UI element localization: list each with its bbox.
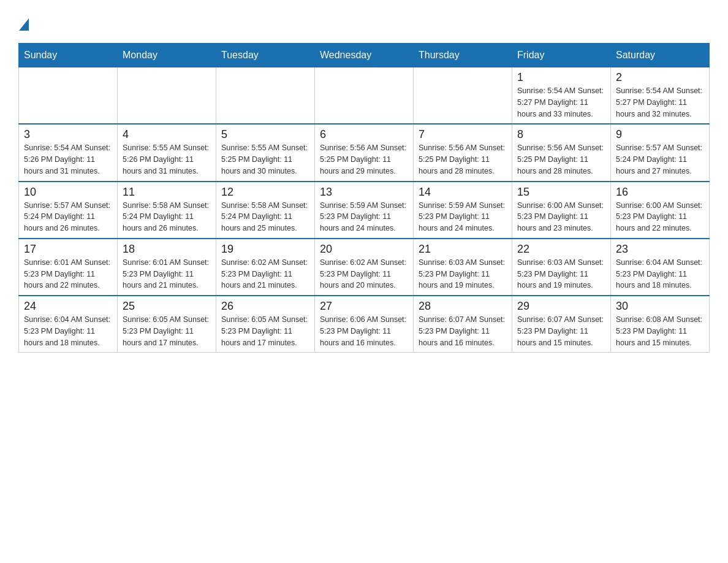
calendar-table: SundayMondayTuesdayWednesdayThursdayFrid… (18, 43, 710, 353)
calendar-day-cell: 29Sunrise: 6:07 AM Sunset: 5:23 PM Dayli… (512, 296, 611, 353)
day-info: Sunrise: 5:55 AM Sunset: 5:25 PM Dayligh… (221, 142, 309, 177)
day-number: 29 (517, 300, 605, 313)
calendar-day-cell (19, 67, 118, 124)
day-number: 8 (517, 128, 605, 141)
calendar-day-cell: 17Sunrise: 6:01 AM Sunset: 5:23 PM Dayli… (19, 239, 118, 296)
calendar-day-cell (118, 67, 216, 124)
day-number: 1 (517, 71, 605, 84)
day-number: 24 (24, 300, 112, 313)
calendar-header-thursday: Thursday (414, 44, 512, 67)
day-info: Sunrise: 6:05 AM Sunset: 5:23 PM Dayligh… (123, 314, 211, 348)
calendar-day-cell: 9Sunrise: 5:57 AM Sunset: 5:24 PM Daylig… (611, 124, 710, 181)
calendar-week-4: 17Sunrise: 6:01 AM Sunset: 5:23 PM Dayli… (19, 239, 710, 296)
day-number: 3 (24, 128, 112, 141)
calendar-week-2: 3Sunrise: 5:54 AM Sunset: 5:26 PM Daylig… (19, 124, 710, 181)
day-number: 18 (123, 243, 211, 256)
day-info: Sunrise: 6:00 AM Sunset: 5:23 PM Dayligh… (517, 200, 605, 234)
day-number: 21 (419, 243, 507, 256)
day-info: Sunrise: 6:01 AM Sunset: 5:23 PM Dayligh… (123, 257, 211, 291)
day-number: 10 (24, 186, 112, 199)
day-info: Sunrise: 6:04 AM Sunset: 5:23 PM Dayligh… (24, 314, 112, 348)
calendar-week-1: 1Sunrise: 5:54 AM Sunset: 5:27 PM Daylig… (19, 67, 710, 124)
day-info: Sunrise: 6:06 AM Sunset: 5:23 PM Dayligh… (320, 314, 408, 348)
calendar-day-cell (315, 67, 414, 124)
calendar-day-cell: 7Sunrise: 5:56 AM Sunset: 5:25 PM Daylig… (414, 124, 512, 181)
day-info: Sunrise: 6:02 AM Sunset: 5:23 PM Dayligh… (221, 257, 309, 291)
day-info: Sunrise: 5:57 AM Sunset: 5:24 PM Dayligh… (24, 200, 112, 234)
day-number: 4 (123, 128, 211, 141)
calendar-day-cell: 5Sunrise: 5:55 AM Sunset: 5:25 PM Daylig… (216, 124, 315, 181)
calendar-header-wednesday: Wednesday (315, 44, 414, 67)
calendar-day-cell: 3Sunrise: 5:54 AM Sunset: 5:26 PM Daylig… (19, 124, 118, 181)
day-number: 9 (616, 128, 704, 141)
calendar-day-cell: 30Sunrise: 6:08 AM Sunset: 5:23 PM Dayli… (611, 296, 710, 353)
day-info: Sunrise: 5:58 AM Sunset: 5:24 PM Dayligh… (123, 200, 211, 234)
day-info: Sunrise: 5:59 AM Sunset: 5:23 PM Dayligh… (419, 200, 507, 234)
calendar-day-cell: 2Sunrise: 5:54 AM Sunset: 5:27 PM Daylig… (611, 67, 710, 124)
calendar-day-cell: 22Sunrise: 6:03 AM Sunset: 5:23 PM Dayli… (512, 239, 611, 296)
calendar-day-cell: 28Sunrise: 6:07 AM Sunset: 5:23 PM Dayli… (414, 296, 512, 353)
day-number: 12 (221, 186, 309, 199)
day-info: Sunrise: 5:55 AM Sunset: 5:26 PM Dayligh… (123, 142, 211, 177)
day-number: 19 (221, 243, 309, 256)
calendar-day-cell: 24Sunrise: 6:04 AM Sunset: 5:23 PM Dayli… (19, 296, 118, 353)
page-header (18, 12, 710, 31)
calendar-day-cell: 21Sunrise: 6:03 AM Sunset: 5:23 PM Dayli… (414, 239, 512, 296)
day-info: Sunrise: 6:02 AM Sunset: 5:23 PM Dayligh… (320, 257, 408, 291)
calendar-week-3: 10Sunrise: 5:57 AM Sunset: 5:24 PM Dayli… (19, 182, 710, 239)
calendar-header-saturday: Saturday (611, 44, 710, 67)
calendar-day-cell: 1Sunrise: 5:54 AM Sunset: 5:27 PM Daylig… (512, 67, 611, 124)
calendar-day-cell: 10Sunrise: 5:57 AM Sunset: 5:24 PM Dayli… (19, 182, 118, 239)
calendar-day-cell (216, 67, 315, 124)
calendar-header-friday: Friday (512, 44, 611, 67)
calendar-day-cell: 4Sunrise: 5:55 AM Sunset: 5:26 PM Daylig… (118, 124, 216, 181)
day-info: Sunrise: 5:56 AM Sunset: 5:25 PM Dayligh… (320, 142, 408, 177)
day-number: 20 (320, 243, 408, 256)
day-info: Sunrise: 5:59 AM Sunset: 5:23 PM Dayligh… (320, 200, 408, 234)
day-info: Sunrise: 5:54 AM Sunset: 5:27 PM Dayligh… (517, 85, 605, 120)
day-info: Sunrise: 6:04 AM Sunset: 5:23 PM Dayligh… (616, 257, 704, 291)
calendar-header-sunday: Sunday (19, 44, 118, 67)
day-number: 30 (616, 300, 704, 313)
day-number: 23 (616, 243, 704, 256)
calendar-day-cell: 26Sunrise: 6:05 AM Sunset: 5:23 PM Dayli… (216, 296, 315, 353)
day-info: Sunrise: 6:08 AM Sunset: 5:23 PM Dayligh… (616, 314, 704, 348)
calendar-day-cell: 23Sunrise: 6:04 AM Sunset: 5:23 PM Dayli… (611, 239, 710, 296)
calendar-day-cell: 12Sunrise: 5:58 AM Sunset: 5:24 PM Dayli… (216, 182, 315, 239)
calendar-day-cell: 25Sunrise: 6:05 AM Sunset: 5:23 PM Dayli… (118, 296, 216, 353)
day-info: Sunrise: 6:03 AM Sunset: 5:23 PM Dayligh… (419, 257, 507, 291)
day-info: Sunrise: 6:00 AM Sunset: 5:23 PM Dayligh… (616, 200, 704, 234)
calendar-day-cell: 27Sunrise: 6:06 AM Sunset: 5:23 PM Dayli… (315, 296, 414, 353)
day-number: 28 (419, 300, 507, 313)
day-info: Sunrise: 5:58 AM Sunset: 5:24 PM Dayligh… (221, 200, 309, 234)
logo-triangle-icon (19, 18, 29, 31)
calendar-day-cell: 18Sunrise: 6:01 AM Sunset: 5:23 PM Dayli… (118, 239, 216, 296)
day-info: Sunrise: 5:57 AM Sunset: 5:24 PM Dayligh… (616, 142, 704, 177)
day-number: 11 (123, 186, 211, 199)
day-number: 15 (517, 186, 605, 199)
calendar-day-cell: 14Sunrise: 5:59 AM Sunset: 5:23 PM Dayli… (414, 182, 512, 239)
calendar-header-row: SundayMondayTuesdayWednesdayThursdayFrid… (19, 44, 710, 67)
calendar-day-cell: 11Sunrise: 5:58 AM Sunset: 5:24 PM Dayli… (118, 182, 216, 239)
day-info: Sunrise: 6:05 AM Sunset: 5:23 PM Dayligh… (221, 314, 309, 348)
calendar-week-5: 24Sunrise: 6:04 AM Sunset: 5:23 PM Dayli… (19, 296, 710, 353)
day-number: 27 (320, 300, 408, 313)
day-info: Sunrise: 6:01 AM Sunset: 5:23 PM Dayligh… (24, 257, 112, 291)
calendar-day-cell: 19Sunrise: 6:02 AM Sunset: 5:23 PM Dayli… (216, 239, 315, 296)
calendar-day-cell: 15Sunrise: 6:00 AM Sunset: 5:23 PM Dayli… (512, 182, 611, 239)
calendar-header-monday: Monday (118, 44, 216, 67)
day-info: Sunrise: 6:07 AM Sunset: 5:23 PM Dayligh… (419, 314, 507, 348)
day-number: 17 (24, 243, 112, 256)
day-info: Sunrise: 6:03 AM Sunset: 5:23 PM Dayligh… (517, 257, 605, 291)
calendar-day-cell: 20Sunrise: 6:02 AM Sunset: 5:23 PM Dayli… (315, 239, 414, 296)
day-number: 16 (616, 186, 704, 199)
calendar-day-cell: 6Sunrise: 5:56 AM Sunset: 5:25 PM Daylig… (315, 124, 414, 181)
day-info: Sunrise: 5:54 AM Sunset: 5:26 PM Dayligh… (24, 142, 112, 177)
day-number: 22 (517, 243, 605, 256)
logo (18, 12, 29, 31)
day-number: 6 (320, 128, 408, 141)
day-info: Sunrise: 5:54 AM Sunset: 5:27 PM Dayligh… (616, 85, 704, 120)
day-info: Sunrise: 5:56 AM Sunset: 5:25 PM Dayligh… (419, 142, 507, 177)
day-number: 13 (320, 186, 408, 199)
day-number: 7 (419, 128, 507, 141)
